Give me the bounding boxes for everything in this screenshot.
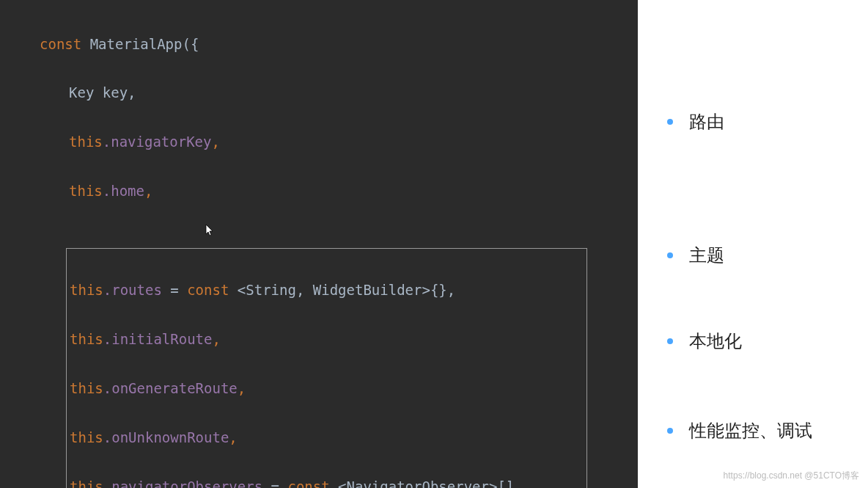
code-line: this.onUnknownRoute, — [70, 429, 586, 445]
bullet-label: 性能监控、调试 — [689, 419, 812, 443]
bullet-label: 本地化 — [689, 329, 742, 353]
keyword-const: const — [40, 36, 90, 52]
code-line: Key key, — [10, 84, 628, 101]
class-name: MaterialApp — [90, 36, 183, 52]
code-line: this.navigatorKey, — [10, 134, 628, 150]
code-line: const MaterialApp({ — [10, 36, 628, 52]
code-line: this.onGenerateRoute, — [70, 380, 586, 396]
code-line: this.initialRoute, — [70, 331, 586, 347]
code-editor[interactable]: const MaterialApp({ Key key, this.naviga… — [0, 0, 638, 488]
watermark-text: https://blog.csdn.net @51CTO博客 — [724, 470, 859, 482]
code-line: this.navigatorObservers = const <Navigat… — [70, 478, 586, 488]
bullet-dot-icon — [667, 338, 673, 344]
bullet-dot-icon — [667, 252, 673, 258]
bullet-label: 路由 — [689, 110, 724, 134]
annotation-panel: 路由 主题 本地化 性能监控、调试 — [638, 0, 868, 488]
bullet-performance: 性能监控、调试 — [667, 419, 868, 443]
group-routing: this.routes = const <String, WidgetBuild… — [66, 248, 587, 488]
bullet-localization: 本地化 — [667, 329, 868, 353]
bullet-dot-icon — [667, 428, 673, 434]
code-line: this.home, — [10, 183, 628, 199]
bullet-label: 主题 — [689, 244, 724, 267]
bullet-dot-icon — [667, 119, 673, 125]
bullet-theme: 主题 — [667, 244, 868, 267]
bullet-routing: 路由 — [667, 110, 868, 134]
code-line: this.routes = const <String, WidgetBuild… — [70, 282, 586, 298]
